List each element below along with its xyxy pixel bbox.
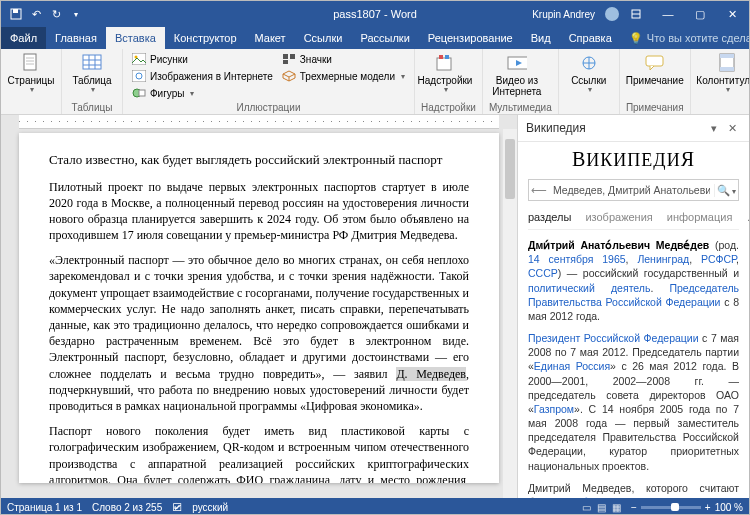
wiki-link[interactable]: 14 сентября: [528, 253, 593, 265]
links-button[interactable]: Ссылки▾: [565, 51, 613, 95]
wiki-tab-images[interactable]: изображения: [585, 211, 652, 223]
sidepane-menu-icon[interactable]: ▾: [705, 122, 723, 135]
ribbon-options-icon[interactable]: [621, 2, 651, 26]
shapes-button[interactable]: Фигуры▾: [129, 85, 276, 101]
wiki-p2: Президент Российской Федерации с 7 мая 2…: [528, 331, 739, 473]
status-language[interactable]: русский: [192, 502, 228, 513]
svg-rect-8: [132, 70, 146, 82]
document-page[interactable]: Стало известно, как будет выглядеть росс…: [19, 133, 499, 483]
undo-icon[interactable]: ↶: [27, 5, 45, 23]
minimize-icon[interactable]: —: [653, 2, 683, 26]
sidepane-close-icon[interactable]: ✕: [723, 122, 741, 135]
group-media: Видео из Интернета Мультимедиа: [483, 49, 559, 114]
qat-dropdown-icon[interactable]: ▾: [67, 5, 85, 23]
video-icon: [507, 53, 527, 73]
user-name[interactable]: Krupin Andrey: [532, 9, 595, 20]
tab-help[interactable]: Справка: [560, 27, 621, 49]
document-area: Стало известно, как будет выглядеть росс…: [1, 115, 517, 498]
wiki-p3: Дмитрий Медведев, которого считают более…: [528, 481, 739, 498]
wiki-link[interactable]: Президент Российской Федерации: [528, 332, 699, 344]
wiki-link[interactable]: либеральным: [570, 496, 638, 498]
svg-rect-13: [290, 54, 295, 59]
online-video-button[interactable]: Видео из Интернета: [489, 51, 545, 97]
tab-mailings[interactable]: Рассылки: [351, 27, 418, 49]
svg-rect-11: [139, 90, 145, 96]
pages-button[interactable]: Страницы▾: [7, 51, 55, 95]
pictures-button[interactable]: Рисунки: [129, 51, 276, 67]
page-icon: [21, 53, 41, 73]
online-pictures-button[interactable]: Изображения в Интернете: [129, 68, 276, 84]
svg-rect-20: [646, 56, 663, 66]
icons-icon: [282, 52, 296, 66]
maximize-icon[interactable]: ▢: [685, 2, 715, 26]
status-words[interactable]: Слово 2 из 255: [92, 502, 162, 513]
redo-icon[interactable]: ↻: [47, 5, 65, 23]
tell-me[interactable]: 💡: [629, 27, 750, 49]
tab-home[interactable]: Главная: [46, 27, 106, 49]
doc-paragraph-2: «Электронный паспорт — это обычное дело …: [49, 252, 469, 414]
icons-button[interactable]: Значки: [279, 51, 408, 67]
comment-icon: [645, 53, 665, 73]
zoom-in-icon[interactable]: +: [705, 502, 711, 513]
table-icon: [82, 53, 102, 73]
search-icon[interactable]: 🔍▾: [714, 184, 738, 197]
svg-rect-6: [132, 53, 146, 65]
wiki-link[interactable]: Единая Россия: [534, 360, 610, 372]
tell-me-input[interactable]: [647, 32, 750, 44]
cube-icon: [282, 69, 296, 83]
view-read-icon[interactable]: ▭: [582, 502, 591, 513]
wiki-link[interactable]: 1965: [602, 253, 625, 265]
wiki-tab-info[interactable]: информация: [667, 211, 733, 223]
view-buttons: ▭ ▤ ▦: [582, 502, 621, 513]
zoom-level[interactable]: 100 %: [715, 502, 743, 513]
vertical-scrollbar[interactable]: [503, 129, 517, 498]
tab-review[interactable]: Рецензирование: [419, 27, 522, 49]
addins-icon: [435, 53, 455, 73]
view-print-icon[interactable]: ▤: [597, 502, 606, 513]
svg-rect-23: [720, 67, 734, 71]
group-pages: Страницы▾: [1, 49, 62, 114]
addins-button[interactable]: Надстройки▾: [421, 51, 469, 95]
sidepane-title: Википедия: [526, 121, 586, 135]
horizontal-ruler[interactable]: [19, 115, 499, 129]
doc-paragraph-1: Пилотный проект по выдаче первых электро…: [49, 179, 469, 244]
view-web-icon[interactable]: ▦: [612, 502, 621, 513]
comment-button[interactable]: Примечание: [626, 51, 684, 86]
wikipedia-search-input[interactable]: [549, 184, 714, 196]
tab-insert[interactable]: Вставка: [106, 27, 165, 49]
tab-references[interactable]: Ссылки: [295, 27, 352, 49]
zoom-out-icon[interactable]: −: [631, 502, 637, 513]
zoom-control: − + 100 %: [631, 502, 743, 513]
online-picture-icon: [132, 69, 146, 83]
wikipedia-tabs: разделы изображения информация …: [528, 207, 739, 230]
search-back-icon[interactable]: ⟵: [529, 184, 549, 196]
svg-rect-12: [283, 54, 288, 59]
headerfooter-icon: [717, 53, 737, 73]
wiki-link[interactable]: СССР: [528, 267, 558, 279]
scrollbar-thumb[interactable]: [505, 139, 515, 199]
status-page[interactable]: Страница 1 из 1: [7, 502, 82, 513]
wiki-link[interactable]: Газпром: [534, 403, 574, 415]
wiki-tab-sections[interactable]: разделы: [528, 211, 571, 223]
save-icon[interactable]: [7, 5, 25, 23]
tab-view[interactable]: Вид: [522, 27, 560, 49]
zoom-slider[interactable]: [641, 506, 701, 509]
group-tables: Таблица▾ Таблицы: [62, 49, 123, 114]
spellcheck-icon[interactable]: 🗹: [172, 502, 182, 513]
user-avatar-icon[interactable]: [605, 7, 619, 21]
wiki-tabs-more[interactable]: …: [746, 211, 749, 223]
window-controls: Krupin Andrey — ▢ ✕: [532, 2, 749, 26]
group-links: Ссылки▾: [559, 49, 620, 114]
tab-layout[interactable]: Макет: [246, 27, 295, 49]
close-icon[interactable]: ✕: [717, 2, 747, 26]
table-button[interactable]: Таблица▾: [68, 51, 116, 95]
wikipedia-article: Дми́трий Анато́льевич Медве́дев (род. 14…: [528, 230, 739, 498]
tab-file[interactable]: Файл: [1, 27, 46, 49]
3d-models-button[interactable]: Трехмерные модели▾: [279, 68, 408, 84]
wiki-link[interactable]: РСФСР: [701, 253, 736, 265]
wiki-link[interactable]: Ленинград: [637, 253, 689, 265]
headerfooter-button[interactable]: Колонтитулы▾: [697, 51, 750, 95]
tab-design[interactable]: Конструктор: [165, 27, 246, 49]
svg-rect-16: [439, 55, 443, 59]
wiki-link[interactable]: политический деятель: [528, 282, 650, 294]
